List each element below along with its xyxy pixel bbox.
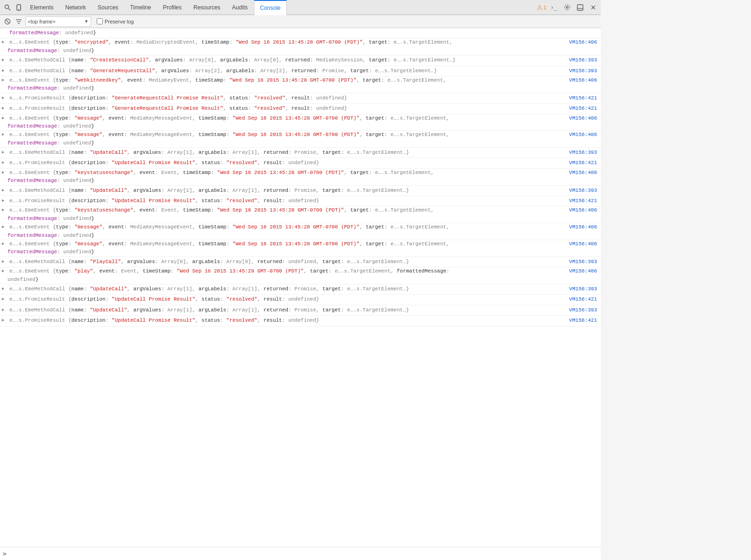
mobile-icon[interactable]: [13, 2, 24, 13]
log-source[interactable]: VM156:421: [559, 317, 601, 324]
log-source[interactable]: VM156:406: [559, 267, 601, 275]
expand-arrow[interactable]: ▶: [2, 94, 8, 101]
log-source[interactable]: VM156:421: [559, 295, 601, 303]
log-content: formattedMessage: undefined}: [8, 29, 559, 37]
log-content-cont: formattedMessage: undefined}: [7, 84, 601, 92]
expand-arrow[interactable]: ▶: [2, 38, 8, 45]
log-content: e….s.EmeMethodCall {name: "PlayCall", ar…: [8, 258, 559, 266]
log-content: e….s.PromiseResult {description: "Update…: [8, 159, 559, 167]
expand-arrow[interactable]: ▶: [2, 114, 8, 121]
log-source[interactable]: VM156:421: [559, 159, 601, 166]
expand-arrow[interactable]: ▶: [2, 317, 8, 324]
log-content: e….s.EmeMethodCall {name: "UpdateCall", …: [8, 149, 559, 157]
log-entry: ▶ e….s.EmeEvent {type: "message", event:…: [0, 223, 601, 240]
log-content: e….s.PromiseResult {description: "Genera…: [8, 94, 559, 102]
clear-console-button[interactable]: [3, 17, 12, 26]
expand-arrow[interactable]: ▶: [2, 306, 8, 313]
log-source[interactable]: VM156:406: [559, 223, 601, 231]
tab-profiles[interactable]: Profiles: [157, 0, 188, 15]
log-source[interactable]: VM156:393: [559, 285, 601, 293]
expand-arrow[interactable]: ▶: [2, 76, 8, 83]
svg-line-1: [8, 8, 10, 10]
log-content: e….s.EmeEvent {type: "keystatuseschange"…: [8, 169, 559, 177]
log-entry: ▶ e….s.EmeMethodCall {name: "GenerateReq…: [0, 66, 601, 76]
expand-arrow[interactable]: ▶: [2, 105, 8, 112]
close-icon[interactable]: ✕: [588, 2, 599, 13]
warning-badge[interactable]: ⚠ 1: [537, 4, 546, 11]
log-entry: ▶ e….s.PromiseResult {description: "Gene…: [0, 104, 601, 114]
svg-point-4: [566, 7, 568, 8]
frame-selector[interactable]: <top frame> ▼: [25, 16, 91, 27]
expand-arrow[interactable]: ▶: [2, 131, 8, 138]
expand-arrow[interactable]: ▶: [2, 223, 8, 230]
svg-rect-5: [577, 5, 583, 10]
console-input[interactable]: [9, 551, 598, 557]
log-source[interactable]: VM156:393: [559, 306, 601, 314]
tab-network[interactable]: Network: [60, 0, 92, 15]
settings-icon[interactable]: [561, 2, 573, 13]
search-icon[interactable]: [2, 2, 13, 13]
log-source[interactable]: VM156:406: [559, 206, 601, 214]
tab-timeline[interactable]: Timeline: [124, 0, 157, 15]
expand-arrow[interactable]: ▶: [2, 240, 8, 247]
log-source[interactable]: VM156:393: [559, 149, 601, 156]
expand-arrow[interactable]: ▶: [2, 67, 8, 74]
log-entry: ▶ e….s.EmeMethodCall {name: "UpdateCall"…: [0, 305, 601, 316]
log-source[interactable]: VM156:406: [559, 114, 601, 122]
log-content-cont: formattedMessage: undefined}: [7, 122, 601, 130]
log-source[interactable]: VM156:406: [559, 131, 601, 138]
log-content: e….s.EmeEvent {type: "message", event: M…: [8, 131, 559, 139]
tab-elements[interactable]: Elements: [24, 0, 60, 15]
expand-arrow[interactable]: ▶: [2, 206, 8, 213]
log-source[interactable]: VM156:421: [559, 94, 601, 102]
expand-arrow[interactable]: ▶: [2, 258, 8, 265]
log-entry: ▶ e….s.PromiseResult {description: "Gene…: [0, 93, 601, 104]
log-content-cont: formattedMessage: undefined}: [7, 47, 601, 55]
log-content: e….s.EmeMethodCall {name: "UpdateCall", …: [8, 187, 559, 195]
log-source[interactable]: VM156:421: [559, 197, 601, 204]
log-source[interactable]: VM156:393: [559, 56, 601, 64]
expand-arrow[interactable]: ▶: [2, 295, 8, 303]
log-content-cont: formattedMessage: undefined}: [7, 177, 601, 185]
log-source[interactable]: VM156:406: [559, 240, 601, 248]
log-content: e….s.EmeMethodCall {name: "UpdateCall", …: [8, 306, 559, 314]
expand-arrow[interactable]: ▶: [2, 149, 8, 156]
svg-line-8: [6, 20, 9, 23]
terminal-icon[interactable]: ›_: [548, 2, 559, 13]
tab-resources[interactable]: Resources: [188, 0, 226, 15]
expand-arrow[interactable]: ▶: [2, 169, 8, 176]
expand-arrow[interactable]: ▶: [2, 56, 8, 63]
expand-arrow[interactable]: ▶: [2, 267, 8, 274]
tab-sources[interactable]: Sources: [92, 0, 124, 15]
expand-arrow[interactable]: ▶: [2, 187, 8, 194]
preserve-log-checkbox[interactable]: [97, 18, 103, 24]
tab-console[interactable]: Console: [254, 0, 287, 15]
log-entry: ▶ e….s.EmeEvent {type: "message", event:…: [0, 131, 601, 148]
log-entry: ▶ e….s.EmeEvent {type: "message", event:…: [0, 114, 601, 131]
log-source[interactable]: VM156:393: [559, 187, 601, 194]
log-entry: ▶ e….s.PromiseResult {description: "Upda…: [0, 316, 601, 326]
expand-arrow[interactable]: [2, 29, 8, 30]
console-prompt: >: [3, 550, 7, 557]
log-source[interactable]: VM156:393: [559, 67, 601, 75]
log-content: e….s.PromiseResult {description: "Genera…: [8, 105, 559, 113]
log-source[interactable]: VM156:406: [559, 76, 601, 84]
log-content: e….s.EmeEvent {type: "webkitneedkey", ev…: [8, 76, 559, 84]
dock-icon[interactable]: [575, 2, 586, 13]
log-source[interactable]: VM156:393: [559, 258, 601, 265]
log-content: e….s.EmeMethodCall {name: "UpdateCall", …: [8, 285, 559, 293]
log-source[interactable]: VM156:421: [559, 105, 601, 112]
log-content: e….s.EmeEvent {type: "message", event: M…: [8, 114, 559, 122]
log-source[interactable]: [559, 29, 601, 30]
log-entry: ▶ e….s.EmeMethodCall {name: "UpdateCall"…: [0, 148, 601, 158]
filter-icon[interactable]: [14, 17, 23, 26]
expand-arrow[interactable]: ▶: [2, 197, 8, 204]
expand-arrow[interactable]: ▶: [2, 285, 8, 292]
preserve-log-toggle[interactable]: Preserve log: [97, 18, 134, 24]
log-source[interactable]: VM156:406: [559, 38, 601, 46]
log-source[interactable]: VM156:406: [559, 169, 601, 176]
log-content: e….s.PromiseResult {description: "Update…: [8, 197, 559, 205]
expand-arrow[interactable]: ▶: [2, 159, 8, 166]
log-content-cont: formattedMessage: undefined}: [7, 232, 601, 240]
tab-audits[interactable]: Audits: [226, 0, 253, 15]
